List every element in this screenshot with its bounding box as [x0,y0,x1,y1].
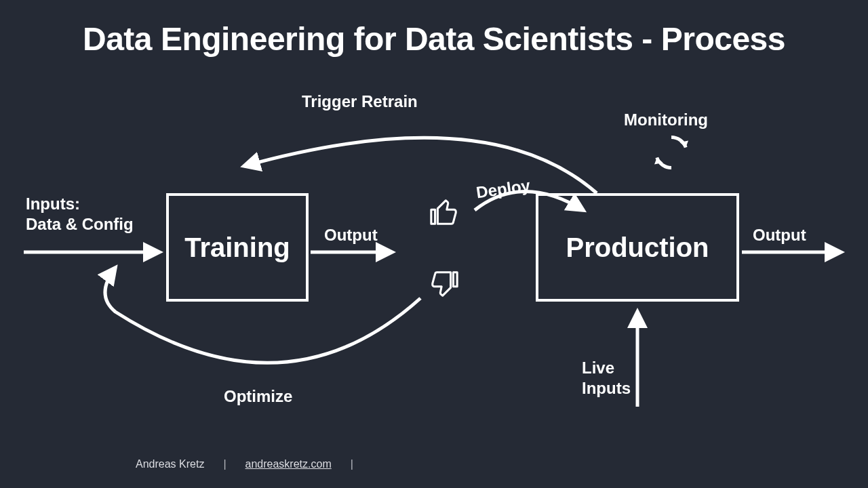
slide-title: Data Engineering for Data Scientists - P… [0,20,868,58]
live-inputs-label: Live Inputs [582,358,631,399]
live-inputs-line1: Live [582,358,631,378]
footer-separator: | [351,458,353,470]
thumbs-up-icon [429,198,460,229]
inputs-label-line2: Data & Config [26,214,134,235]
inputs-label-line1: Inputs: [26,194,134,214]
footer-site-link[interactable]: andreaskretz.com [245,458,332,470]
monitoring-label: Monitoring [624,110,708,130]
production-box-label: Production [566,232,709,263]
optimize-label: Optimize [224,386,292,407]
output-production-label: Output [753,225,806,245]
trigger-retrain-label: Trigger Retrain [302,92,418,112]
thumbs-down-icon [429,267,460,298]
inputs-label: Inputs: Data & Config [26,194,134,235]
slide-footer: Andreas Kretz | andreaskretz.com | [136,458,353,470]
deploy-label: Deploy [475,176,531,203]
footer-author: Andreas Kretz [136,458,204,470]
training-box: Training [166,193,309,302]
live-inputs-line2: Inputs [582,378,631,399]
training-box-label: Training [184,232,290,263]
arrow-trigger-retrain [244,138,597,193]
output-training-label: Output [324,225,378,245]
cycle-arrows-icon [651,132,692,173]
production-box: Production [536,193,739,302]
footer-separator: | [223,458,226,470]
